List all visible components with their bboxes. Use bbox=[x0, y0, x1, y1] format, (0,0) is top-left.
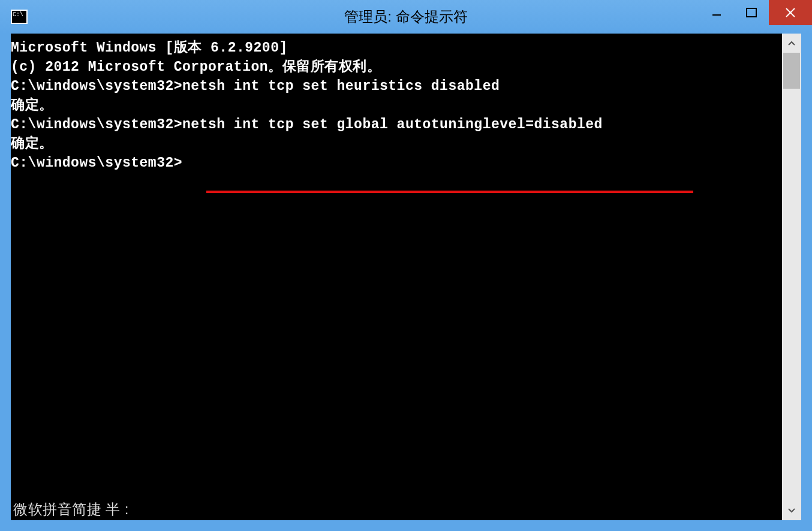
content-area: Microsoft Windows [版本 6.2.9200] (c) 2012… bbox=[0, 34, 812, 531]
minimize-button[interactable] bbox=[699, 0, 734, 25]
terminal-output: 确定。 bbox=[11, 96, 782, 115]
scrollbar-thumb[interactable] bbox=[783, 53, 800, 89]
close-icon bbox=[785, 7, 796, 18]
prompt: C:\windows\system32> bbox=[11, 79, 182, 94]
window-controls bbox=[699, 0, 812, 25]
titlebar[interactable]: 管理员: 命令提示符 bbox=[0, 0, 812, 34]
ime-status: 微软拼音简捷 半 : bbox=[13, 500, 129, 519]
command-text: netsh int tcp set heuristics disabled bbox=[182, 79, 500, 94]
terminal[interactable]: Microsoft Windows [版本 6.2.9200] (c) 2012… bbox=[11, 34, 782, 520]
chevron-up-icon bbox=[788, 41, 795, 46]
scrollbar[interactable] bbox=[782, 34, 801, 520]
red-underline-annotation bbox=[206, 191, 693, 193]
prompt: C:\windows\system32> bbox=[11, 117, 182, 132]
window-title: 管理员: 命令提示符 bbox=[344, 7, 467, 26]
chevron-down-icon bbox=[788, 508, 795, 513]
terminal-output: (c) 2012 Microsoft Corporation。保留所有权利。 bbox=[11, 58, 782, 77]
scroll-down-button[interactable] bbox=[782, 501, 801, 520]
command-text: netsh int tcp set global autotuninglevel… bbox=[182, 117, 603, 132]
terminal-command-line: C:\windows\system32>netsh int tcp set he… bbox=[11, 77, 782, 96]
prompt: C:\windows\system32> bbox=[11, 155, 182, 171]
terminal-prompt-line: C:\windows\system32> bbox=[11, 153, 782, 173]
maximize-button[interactable] bbox=[734, 0, 769, 25]
terminal-output: 确定。 bbox=[11, 134, 782, 153]
close-button[interactable] bbox=[769, 0, 812, 25]
scrollbar-track[interactable] bbox=[782, 53, 801, 501]
terminal-output: Microsoft Windows [版本 6.2.9200] bbox=[11, 38, 782, 58]
cmd-icon bbox=[11, 10, 28, 24]
scroll-up-button[interactable] bbox=[782, 34, 801, 53]
cmd-window: 管理员: 命令提示符 Microsoft Windows [版本 6.2.920… bbox=[0, 0, 812, 531]
terminal-command-line: C:\windows\system32>netsh int tcp set gl… bbox=[11, 115, 782, 134]
